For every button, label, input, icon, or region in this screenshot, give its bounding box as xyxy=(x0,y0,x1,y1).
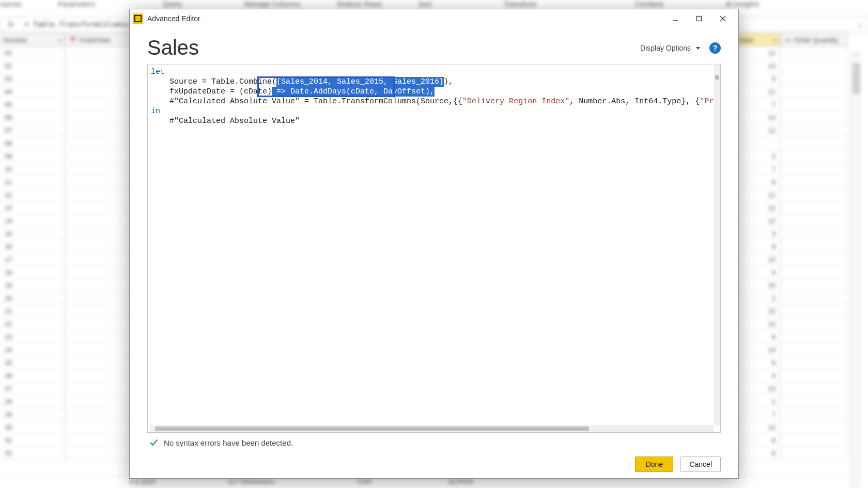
index-cell[interactable]: 6 xyxy=(734,434,780,447)
row-number-cell[interactable]: 13 xyxy=(0,201,65,214)
row-number-cell[interactable]: 21 xyxy=(0,305,65,318)
row-number-cell[interactable]: 28 xyxy=(0,395,65,408)
orderdate-cell[interactable] xyxy=(65,408,129,421)
editor-vertical-scrollbar[interactable] xyxy=(714,65,720,425)
row-number-cell[interactable]: 19 xyxy=(0,279,65,292)
ribbon-item[interactable]: Parameters xyxy=(58,0,95,8)
ribbon-item[interactable]: Reduce Rows xyxy=(337,0,382,8)
orderdate-cell[interactable] xyxy=(65,188,129,201)
row-number-cell[interactable]: 22 xyxy=(0,318,65,330)
order-quantity-cell[interactable] xyxy=(780,279,847,292)
order-quantity-cell[interactable] xyxy=(780,98,847,111)
index-cell[interactable]: 13 xyxy=(734,59,780,72)
row-number-cell[interactable]: 05 xyxy=(0,98,65,111)
order-quantity-cell[interactable] xyxy=(780,305,847,318)
code-editor[interactable]: let Source = Table.Combine({Sales_2014, … xyxy=(147,65,721,433)
row-number-cell[interactable]: 08 xyxy=(0,137,65,150)
scroll-thumb[interactable] xyxy=(853,63,860,94)
orderdate-cell[interactable] xyxy=(65,330,129,343)
row-number-cell[interactable]: 12 xyxy=(0,188,65,201)
orderdate-cell[interactable] xyxy=(65,111,129,124)
row-number-cell[interactable]: 11 xyxy=(0,176,65,188)
orderdate-cell[interactable] xyxy=(65,318,129,330)
order-quantity-cell[interactable] xyxy=(780,408,847,421)
row-number-cell[interactable]: 26 xyxy=(0,369,65,382)
column-header-orderdate[interactable]: 📅 OrderDate xyxy=(65,33,129,46)
index-cell[interactable]: 12 xyxy=(734,46,780,59)
order-quantity-cell[interactable] xyxy=(780,253,847,266)
row-number-cell[interactable]: 18 xyxy=(0,266,65,279)
index-cell[interactable]: 7 xyxy=(734,408,780,421)
order-quantity-cell[interactable] xyxy=(780,395,847,408)
order-quantity-cell[interactable] xyxy=(780,214,847,227)
done-button[interactable]: Done xyxy=(635,456,673,472)
orderdate-cell[interactable] xyxy=(65,240,129,253)
expand-formula-icon[interactable]: ⌄ xyxy=(853,20,867,28)
scroll-up-icon[interactable]: ˄ xyxy=(851,51,862,62)
index-cell[interactable]: 14 xyxy=(734,343,780,356)
order-quantity-cell[interactable] xyxy=(780,46,847,59)
row-number-cell[interactable]: 27 xyxy=(0,382,65,395)
orderdate-cell[interactable] xyxy=(65,98,129,111)
row-number-cell[interactable]: 16 xyxy=(0,240,65,253)
orderdate-cell[interactable] xyxy=(65,253,129,266)
row-number-cell[interactable]: 02 xyxy=(0,59,65,72)
order-quantity-cell[interactable] xyxy=(780,240,847,253)
row-number-cell[interactable]: 07 xyxy=(0,124,65,137)
display-options-dropdown[interactable]: Display Options xyxy=(640,44,700,52)
minimize-button[interactable] xyxy=(664,11,687,26)
orderdate-cell[interactable] xyxy=(65,150,129,163)
orderdate-cell[interactable] xyxy=(65,46,129,59)
index-cell[interactable]: 13 xyxy=(734,111,780,124)
index-cell[interactable]: 9 xyxy=(734,240,780,253)
orderdate-cell[interactable] xyxy=(65,227,129,240)
index-cell[interactable]: 12 xyxy=(734,214,780,227)
orderdate-cell[interactable] xyxy=(65,447,129,460)
ribbon-item[interactable]: AI Insights xyxy=(725,0,759,8)
row-number-cell[interactable]: 10 xyxy=(0,163,65,176)
index-cell[interactable]: 13 xyxy=(734,382,780,395)
orderdate-cell[interactable] xyxy=(65,305,129,318)
chevron-down-icon[interactable]: ▾ xyxy=(59,37,61,43)
order-quantity-cell[interactable] xyxy=(780,382,847,395)
row-number-cell[interactable]: 04 xyxy=(0,85,65,98)
column-header-number[interactable]: Number ▾ xyxy=(0,33,65,46)
index-cell[interactable]: 4 xyxy=(734,266,780,279)
order-quantity-cell[interactable] xyxy=(780,59,847,72)
orderdate-cell[interactable] xyxy=(65,434,129,447)
orderdate-cell[interactable] xyxy=(65,279,129,292)
index-cell[interactable]: 8 xyxy=(734,447,780,460)
ribbon-item[interactable]: Combine xyxy=(634,0,663,8)
order-quantity-cell[interactable] xyxy=(780,150,847,163)
row-number-cell[interactable]: 14 xyxy=(0,214,65,227)
row-number-cell[interactable]: 30 xyxy=(0,421,65,434)
index-cell[interactable]: 3 xyxy=(734,227,780,240)
index-cell[interactable]: 15 xyxy=(734,279,780,292)
order-quantity-cell[interactable] xyxy=(780,421,847,434)
index-cell[interactable]: 7 xyxy=(734,163,780,176)
orderdate-cell[interactable] xyxy=(65,395,129,408)
orderdate-cell[interactable] xyxy=(65,266,129,279)
index-cell[interactable]: 2 xyxy=(734,150,780,163)
index-cell[interactable]: 15 xyxy=(734,253,780,266)
order-quantity-cell[interactable] xyxy=(780,72,847,85)
dialog-titlebar[interactable]: Advanced Editor xyxy=(130,9,738,28)
order-quantity-cell[interactable] xyxy=(780,163,847,176)
order-quantity-cell[interactable] xyxy=(780,111,847,124)
index-cell[interactable]: 6 xyxy=(734,176,780,188)
order-quantity-cell[interactable] xyxy=(780,447,847,460)
orderdate-cell[interactable] xyxy=(65,163,129,176)
orderdate-cell[interactable] xyxy=(65,176,129,188)
order-quantity-cell[interactable] xyxy=(780,356,847,369)
orderdate-cell[interactable] xyxy=(65,137,129,150)
row-number-cell[interactable]: 31 xyxy=(0,434,65,447)
maximize-button[interactable] xyxy=(688,11,710,26)
row-number-cell[interactable]: 06 xyxy=(0,111,65,124)
orderdate-cell[interactable] xyxy=(65,356,129,369)
index-cell[interactable]: 4 xyxy=(734,369,780,382)
scroll-thumb[interactable] xyxy=(155,427,589,431)
scroll-thumb[interactable] xyxy=(715,75,719,80)
order-quantity-cell[interactable] xyxy=(780,434,847,447)
row-number-cell[interactable]: 24 xyxy=(0,343,65,356)
index-cell[interactable]: 11 xyxy=(734,85,780,98)
